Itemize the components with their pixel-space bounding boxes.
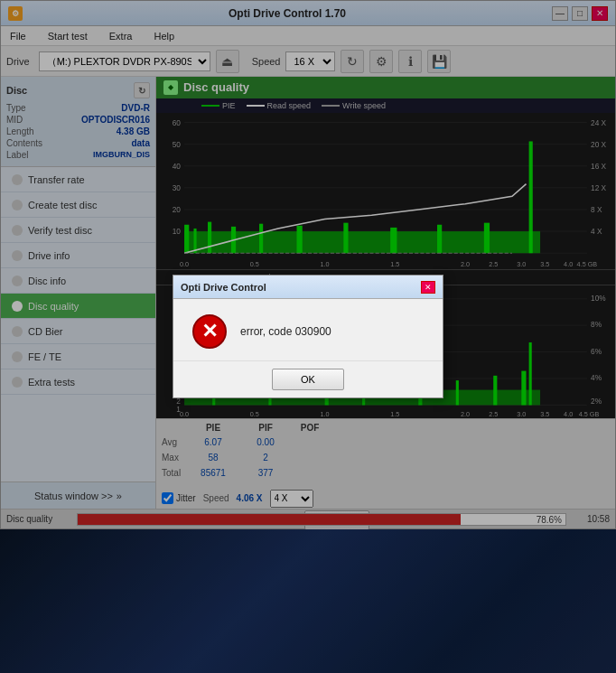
dialog-footer: OK <box>173 360 443 397</box>
error-message: error, code 030900 <box>240 325 331 338</box>
dialog-title: Opti Drive Control <box>181 282 266 293</box>
dialog-close-button[interactable]: ✕ <box>421 281 435 294</box>
ok-button[interactable]: OK <box>272 369 344 390</box>
dialog-content: ✕ error, code 030900 <box>173 299 443 360</box>
svg-text:✕: ✕ <box>201 320 218 342</box>
dialog-title-bar: Opti Drive Control ✕ <box>173 276 443 299</box>
dialog-overlay: Opti Drive Control ✕ ✕ error, code 03090… <box>0 0 616 673</box>
error-icon: ✕ <box>191 313 228 350</box>
dialog-box: Opti Drive Control ✕ ✕ error, code 03090… <box>173 275 443 398</box>
